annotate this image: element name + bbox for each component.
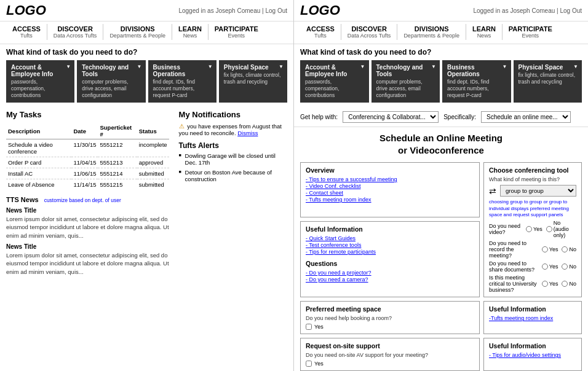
warning-icon: ⚠ bbox=[179, 123, 185, 130]
question-link[interactable]: - Do you need a projector? bbox=[306, 270, 474, 276]
tasks-title: My Tasks bbox=[6, 110, 169, 119]
right-panel: LOGO Logged in as Joseph Comeau | Log Ou… bbox=[294, 0, 588, 371]
critical-no[interactable] bbox=[562, 281, 568, 287]
critical-yes[interactable] bbox=[542, 281, 548, 287]
left-auth: Logged in as Joseph Comeau | Log Out bbox=[178, 7, 287, 14]
right-header: LOGO Logged in as Joseph Comeau | Log Ou… bbox=[294, 0, 588, 21]
cat-business[interactable]: ▼ Business Operations find dept. IDs, fi… bbox=[148, 60, 217, 103]
overview-link[interactable]: - Contact sheet bbox=[306, 190, 474, 196]
useful-conf-link[interactable]: - Test conference tools bbox=[306, 242, 474, 248]
alerts-title: Tufts Alerts bbox=[179, 141, 287, 150]
tts-customize-note: customize based on dept. of user bbox=[44, 197, 121, 203]
table-row: Order P card11/04/155551213approved bbox=[6, 157, 169, 168]
notification-item: ⚠ you have expenses from August that you… bbox=[179, 123, 287, 136]
onsite-useful-link[interactable]: - Tips for audio/video settings bbox=[489, 352, 576, 358]
tts-label: TTS News bbox=[6, 196, 39, 203]
tasks-section: My Tasks Description Date Superticket # … bbox=[6, 110, 169, 276]
article-grid: Overview - Tips to ensure a successful m… bbox=[300, 162, 582, 371]
right-nav-participate[interactable]: PARTICIPATE Events bbox=[503, 24, 558, 40]
right-cat-business[interactable]: ▼ Business Operations find dept. IDs, fi… bbox=[442, 60, 511, 103]
news-item: News TitleLorem ipsum dolor sit amet, co… bbox=[6, 243, 169, 276]
right-categories: ▼ Account & Employee Info passwords, com… bbox=[294, 60, 588, 107]
specifically-dropdown[interactable]: Schedule an online mee... bbox=[481, 111, 571, 123]
right-cat-physical[interactable]: ▼ Physical Space fix lights, climate con… bbox=[514, 60, 582, 103]
right-nav: ACCESS Tufts DISCOVER Data Across Tufts … bbox=[294, 21, 588, 44]
right-nav-learn[interactable]: LEARN News bbox=[466, 24, 503, 40]
group-to-group-icon: ⇄ bbox=[489, 186, 496, 196]
right-cat-account[interactable]: ▼ Account & Employee Info passwords, com… bbox=[300, 60, 369, 103]
share-radio-row: Do you need to share documents? Yes No bbox=[489, 260, 576, 273]
tasks-table: Description Date Superticket # Status Sc… bbox=[6, 123, 169, 190]
left-categories: ▼ Account & Employee Info passwords, com… bbox=[0, 60, 293, 107]
nav-access[interactable]: ACCESS Tufts bbox=[6, 24, 47, 40]
right-cat-tech[interactable]: ▼ Technology and Tools computer problems… bbox=[371, 60, 440, 103]
table-row: Install AC11/06/155551214submitted bbox=[6, 168, 169, 179]
right-nav-access[interactable]: ACCESS Tufts bbox=[300, 24, 341, 40]
col-date: Date bbox=[71, 123, 98, 139]
col-status: Status bbox=[137, 123, 169, 139]
overview-link[interactable]: - Tips to ensure a successful meeting bbox=[306, 176, 474, 182]
video-no[interactable] bbox=[546, 226, 552, 232]
overview-link[interactable]: - Tufts meeting room index bbox=[306, 197, 474, 203]
share-yes[interactable] bbox=[542, 264, 548, 270]
booking-checkbox[interactable] bbox=[306, 324, 312, 330]
left-logo: LOGO bbox=[6, 2, 46, 18]
notifications-section: My Notifications ⚠ you have expenses fro… bbox=[179, 110, 287, 276]
booking-checkbox-row: Yes bbox=[306, 324, 474, 330]
nav-learn[interactable]: LEARN News bbox=[172, 24, 209, 40]
conf-tool-select[interactable]: group to group bbox=[500, 185, 576, 197]
useful-conf-link[interactable]: - Tips for remote participants bbox=[306, 249, 474, 255]
dismiss-link[interactable]: Dismiss bbox=[237, 130, 258, 136]
news-item: News TitleLorem ipsum dolor sit amet, co… bbox=[6, 207, 169, 240]
chevron-down-icon: ▼ bbox=[573, 64, 578, 69]
share-no[interactable] bbox=[562, 264, 568, 270]
right-nav-discover[interactable]: DISCOVER Data Across Tufts bbox=[341, 24, 398, 40]
get-help-label: Get help with: bbox=[300, 114, 338, 120]
chevron-down-icon: ▼ bbox=[279, 64, 284, 69]
cat-physical[interactable]: ▼ Physical Space fix lights, climate con… bbox=[219, 60, 287, 103]
preferred-space-section: Preferred meeting space Do you need help… bbox=[300, 301, 480, 334]
question-link[interactable]: - Do you need a camera? bbox=[306, 276, 474, 283]
right-auth: Logged in as Joseph Comeau | Log Out bbox=[473, 7, 582, 14]
left-nav: ACCESS Tufts DISCOVER Data Across Tufts … bbox=[0, 21, 293, 44]
overview-link[interactable]: - Video Conf. checklist bbox=[306, 183, 474, 189]
chevron-down-icon: ▼ bbox=[360, 64, 365, 69]
notifications-title: My Notifications bbox=[179, 110, 287, 119]
right-nav-divisions[interactable]: DIVISIONS Departments & People bbox=[397, 24, 466, 40]
chevron-down-icon: ▼ bbox=[137, 64, 142, 69]
conf-tool-section: Choose conferencing tool What kind of me… bbox=[483, 162, 582, 297]
article-area: Schedule an Online Meetingor Videoconfer… bbox=[294, 127, 588, 371]
record-no[interactable] bbox=[562, 246, 568, 252]
right-question: What kind of task do you need to do? bbox=[294, 44, 588, 60]
col-description: Description bbox=[6, 123, 71, 139]
choosing-note: choosing group to group or group to indi… bbox=[489, 199, 576, 218]
record-yes[interactable] bbox=[542, 246, 548, 252]
video-radio-row: Do you need video? Yes No (audio only) bbox=[489, 220, 576, 238]
chevron-down-icon: ▼ bbox=[66, 64, 71, 69]
nav-divisions[interactable]: DIVISIONS Departments & People bbox=[103, 24, 172, 40]
article-title: Schedule an Online Meetingor Videoconfer… bbox=[300, 132, 582, 156]
cat-tech[interactable]: ▼ Technology and Tools computer problems… bbox=[77, 60, 145, 103]
video-yes[interactable] bbox=[526, 226, 532, 232]
right-logo: LOGO bbox=[300, 2, 340, 18]
onsite-checkbox[interactable] bbox=[306, 361, 312, 367]
left-main: My Tasks Description Date Superticket # … bbox=[0, 107, 293, 278]
alert-item: Dowling Garage will be closed until Dec.… bbox=[179, 152, 287, 166]
onsite-checkbox-row: Yes bbox=[306, 361, 474, 367]
onsite-support-section: Request on-site support Do you need on-s… bbox=[300, 338, 480, 371]
cat-account[interactable]: ▼ Account & Employee Info passwords, com… bbox=[6, 60, 74, 103]
preferred-useful-link[interactable]: -Tufts meeting room index bbox=[489, 315, 576, 321]
left-panel: LOGO Logged in as Joseph Comeau | Log Ou… bbox=[0, 0, 294, 371]
nav-discover[interactable]: DISCOVER Data Across Tufts bbox=[47, 24, 104, 40]
chevron-down-icon: ▼ bbox=[503, 64, 507, 69]
record-radio-row: Do you need to record the meeting? Yes N… bbox=[489, 240, 576, 259]
conf-tool-row: ⇄ group to group bbox=[489, 185, 576, 197]
table-row: Leave of Absence11/14/155551215submitted bbox=[6, 179, 169, 190]
questions-section: Questions - Do you need a projector?- Do… bbox=[306, 257, 474, 283]
useful-info-conf: Useful Information - Quick Start Guides-… bbox=[300, 221, 480, 297]
nav-participate[interactable]: PARTICIPATE Events bbox=[209, 24, 264, 40]
get-help-bar: Get help with: Conferencing & Collaborat… bbox=[294, 107, 588, 127]
help-dropdown[interactable]: Conferencing & Collaborat... bbox=[343, 111, 439, 123]
useful-conf-link[interactable]: - Quick Start Guides bbox=[306, 235, 474, 241]
alert-item: Detour on Boston Ave because of construc… bbox=[179, 169, 287, 182]
